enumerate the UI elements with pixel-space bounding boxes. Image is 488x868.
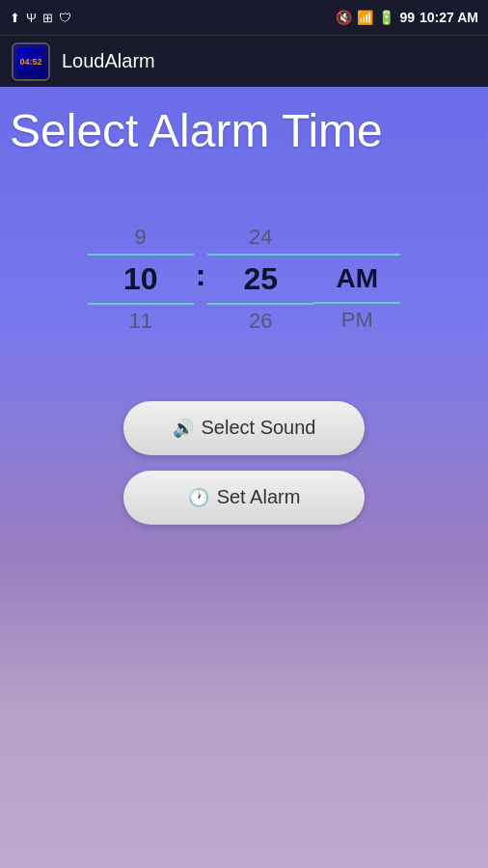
app-icon-status: ⊞ — [42, 11, 53, 25]
minutes-column[interactable]: 24 25 26 — [207, 225, 313, 334]
volume-icon: 🔇 — [336, 10, 352, 25]
alarm-clock-icon: 🕐 — [188, 487, 209, 508]
select-sound-label: Select Sound — [202, 417, 316, 439]
ampm-below: PM — [341, 308, 373, 333]
status-left-icons: ⬆ Ψ ⊞ 🛡 — [10, 11, 71, 25]
buttons-area: 🔊 Select Sound 🕐 Set Alarm — [123, 401, 365, 525]
battery-percent: 99 — [399, 10, 415, 25]
minutes-below: 26 — [249, 309, 272, 334]
app-title: LoudAlarm — [62, 50, 155, 72]
hours-below: 11 — [128, 309, 151, 334]
wifi-icon: 📶 — [357, 10, 373, 25]
set-alarm-label: Set Alarm — [217, 486, 301, 508]
hours-column[interactable]: 9 10 11 — [88, 225, 194, 334]
ampm-spacer — [354, 225, 360, 250]
minutes-current: 25 — [207, 254, 313, 305]
status-right-info: 🔇 📶 🔋 99 10:27 AM — [336, 10, 478, 25]
hours-current: 10 — [88, 254, 194, 305]
status-bar: ⬆ Ψ ⊞ 🛡 🔇 📶 🔋 99 10:27 AM — [0, 0, 488, 35]
hours-above: 9 — [135, 225, 147, 250]
app-icon-inner: 04:52 — [17, 48, 44, 75]
set-alarm-button[interactable]: 🕐 Set Alarm — [123, 471, 365, 525]
status-time: 10:27 AM — [420, 10, 478, 25]
time-separator: : — [196, 258, 206, 293]
app-bar: 04:52 LoudAlarm — [0, 35, 488, 87]
battery-icon: 🔋 — [378, 10, 394, 25]
shield-icon: 🛡 — [59, 11, 71, 25]
main-content: Select Alarm Time 9 10 11 : 24 25 26 AM … — [0, 87, 488, 868]
page-title: Select Alarm Time — [0, 87, 488, 167]
sound-icon: 🔊 — [173, 418, 194, 439]
select-sound-button[interactable]: 🔊 Select Sound — [123, 401, 365, 455]
minutes-above: 24 — [249, 225, 272, 250]
app-icon: 04:52 — [12, 42, 50, 81]
ampm-column[interactable]: AM PM — [313, 225, 400, 333]
time-picker[interactable]: 9 10 11 : 24 25 26 AM PM — [0, 225, 488, 334]
upload-icon: ⬆ — [10, 11, 20, 25]
ampm-current: AM — [313, 254, 400, 304]
usb-icon: Ψ — [26, 11, 37, 25]
